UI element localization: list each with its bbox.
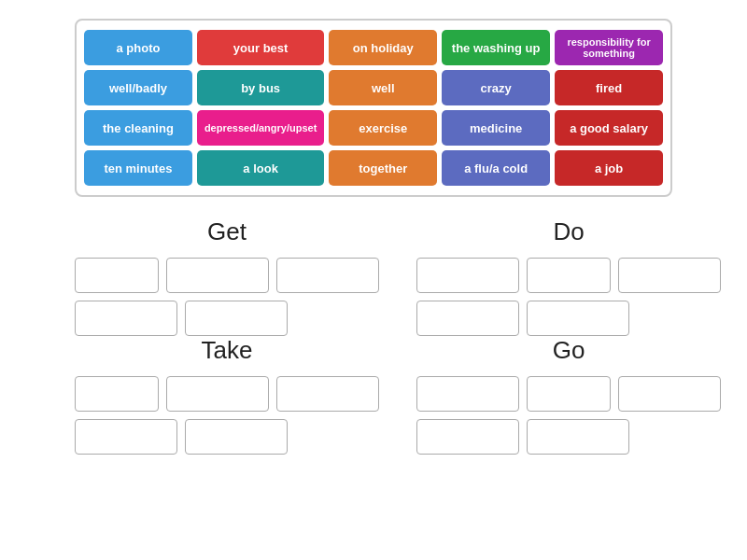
do-dropbox-4[interactable] xyxy=(416,301,519,336)
get-row-2 xyxy=(75,301,288,336)
tile-a-photo[interactable]: a photo xyxy=(84,30,192,65)
get-dropbox-2[interactable] xyxy=(166,258,269,293)
take-row-1 xyxy=(75,376,379,412)
tile-together[interactable]: together xyxy=(329,150,437,186)
get-row-1 xyxy=(75,258,379,293)
take-dropbox-5[interactable] xyxy=(185,419,288,455)
drop-sections: Get Do xyxy=(75,217,672,455)
tile-the-washing-up[interactable]: the washing up xyxy=(442,30,550,65)
tile-exercise[interactable]: exercise xyxy=(329,110,437,146)
go-dropbox-3[interactable] xyxy=(618,376,721,412)
tile-well[interactable]: well xyxy=(329,70,437,105)
take-dropbox-1[interactable] xyxy=(75,376,159,412)
section-go: Go xyxy=(416,336,721,455)
tile-a-job[interactable]: a job xyxy=(555,150,663,186)
take-dropbox-3[interactable] xyxy=(276,376,379,412)
tile-fired[interactable]: fired xyxy=(555,70,663,105)
tile-your-best[interactable]: your best xyxy=(197,30,324,65)
tile-well-badly[interactable]: well/badly xyxy=(84,70,192,105)
go-dropbox-4[interactable] xyxy=(416,419,519,455)
section-take: Take xyxy=(75,336,379,455)
get-dropbox-3[interactable] xyxy=(276,258,379,293)
tile-responsibility[interactable]: responsibility for something xyxy=(555,30,663,65)
get-dropbox-1[interactable] xyxy=(75,258,159,293)
main-container: a photo your best on holiday the washing… xyxy=(0,0,747,473)
do-drop-rows xyxy=(416,258,721,336)
tile-a-good-salary[interactable]: a good salary xyxy=(555,110,663,146)
tile-on-holiday[interactable]: on holiday xyxy=(329,30,437,65)
section-get: Get xyxy=(75,217,379,336)
section-get-title: Get xyxy=(207,217,247,246)
get-dropbox-5[interactable] xyxy=(185,301,288,336)
do-dropbox-3[interactable] xyxy=(618,258,721,293)
tile-the-cleaning[interactable]: the cleaning xyxy=(84,110,192,146)
tile-depressed[interactable]: depressed/angry/upset xyxy=(197,110,324,146)
go-drop-rows xyxy=(416,376,721,455)
do-row-2 xyxy=(416,301,629,336)
tiles-container: a photo your best on holiday the washing… xyxy=(75,19,672,197)
go-dropbox-1[interactable] xyxy=(416,376,519,412)
get-drop-rows xyxy=(75,258,379,336)
tile-crazy[interactable]: crazy xyxy=(442,70,550,105)
get-dropbox-4[interactable] xyxy=(75,301,177,336)
do-dropbox-5[interactable] xyxy=(527,301,629,336)
section-go-title: Go xyxy=(553,336,585,365)
section-take-title: Take xyxy=(202,336,253,365)
do-dropbox-2[interactable] xyxy=(527,258,611,293)
tile-a-look[interactable]: a look xyxy=(197,150,324,186)
take-dropbox-4[interactable] xyxy=(75,419,177,455)
section-do-title: Do xyxy=(553,217,584,246)
do-dropbox-1[interactable] xyxy=(416,258,519,293)
tile-by-bus[interactable]: by bus xyxy=(197,70,324,105)
do-row-1 xyxy=(416,258,721,293)
take-drop-rows xyxy=(75,376,379,455)
section-do: Do xyxy=(416,217,721,336)
go-row-1 xyxy=(416,376,721,412)
go-row-2 xyxy=(416,419,629,455)
tile-medicine[interactable]: medicine xyxy=(442,110,550,146)
tile-ten-minutes[interactable]: ten minutes xyxy=(84,150,192,186)
take-dropbox-2[interactable] xyxy=(166,376,269,412)
go-dropbox-5[interactable] xyxy=(527,419,629,455)
take-row-2 xyxy=(75,419,288,455)
go-dropbox-2[interactable] xyxy=(527,376,611,412)
tile-a-flu-cold[interactable]: a flu/a cold xyxy=(442,150,550,186)
